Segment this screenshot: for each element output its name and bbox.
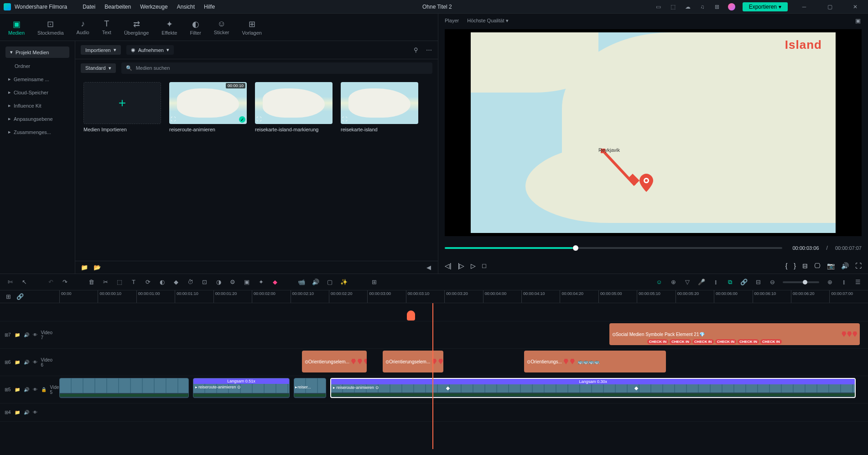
track-add-icon[interactable]: ⊞ (5, 293, 12, 300)
menu-view[interactable]: Ansicht (172, 4, 199, 10)
track-header-v5[interactable]: ⊞5📁🔊👁🔒 Video 5 (0, 376, 59, 403)
view-mode-dropdown[interactable]: Standard ▾ (81, 63, 116, 73)
group-button[interactable]: ⊞ (370, 279, 378, 285)
save-icon[interactable]: ⬚ (670, 3, 677, 10)
tab-effects[interactable]: ✦Effekte (161, 17, 178, 37)
ratio-icon[interactable]: ⊟ (802, 262, 808, 269)
tool-select[interactable]: ✄ (6, 279, 14, 285)
track-header-v4[interactable]: ⊞4📁🔊👁 (0, 403, 59, 421)
tab-transitions[interactable]: ⇄Übergänge (123, 17, 150, 37)
adjust-button[interactable]: ⚙ (229, 279, 236, 285)
media-import-tile[interactable]: + Medien Importieren (83, 82, 161, 132)
mask-button[interactable]: ◑ (215, 279, 222, 285)
crop-button[interactable]: ⬚ (116, 279, 123, 285)
keyframe-button[interactable]: ◆ (172, 279, 180, 285)
close-button[interactable]: ✕ (846, 0, 864, 14)
text-button[interactable]: T (130, 279, 137, 285)
menu-tools[interactable]: Werkzeuge (135, 4, 172, 10)
fullscreen-button[interactable]: ⛶ (855, 262, 862, 269)
folder-new-icon[interactable]: 📂 (94, 264, 101, 271)
cut-mode-icon[interactable]: ⊟ (754, 279, 762, 285)
clip-video-2[interactable]: Langsam 0.51x ▸ reiseroute-animieren ⊙ (193, 378, 290, 398)
marker-icon[interactable]: ⊕ (670, 279, 677, 285)
clip-video-1[interactable] (59, 378, 189, 398)
list-button[interactable]: ☰ (854, 279, 862, 285)
tab-sticker[interactable]: ☺Sticker (213, 17, 230, 37)
zoom-in-button[interactable]: ⊕ (826, 279, 833, 285)
zoom-slider[interactable] (783, 281, 819, 283)
menu-help[interactable]: Hilfe (199, 4, 219, 10)
headphones-icon[interactable]: ♫ (699, 3, 706, 10)
tool-cursor[interactable]: ↖ (21, 279, 28, 285)
mark-button[interactable]: ◆ (271, 279, 279, 285)
sidebar-adjustment[interactable]: ▸ Anpasungsebene (0, 112, 75, 125)
sidebar-cloud[interactable]: ▸ Cloud-Speicher (0, 86, 75, 99)
grid-icon[interactable]: ⊞ (713, 3, 721, 10)
detach-button[interactable]: ⊡ (201, 279, 208, 285)
media-clip-3[interactable]: ⛶ reisekarte-island (341, 82, 418, 132)
prev-frame-button[interactable]: ◁| (445, 262, 452, 269)
shield-icon[interactable]: ▽ (684, 279, 691, 285)
cut-marker[interactable] (407, 310, 415, 321)
video-icon[interactable]: 📹 (298, 279, 305, 285)
quality-dropdown[interactable]: Höchste Qualität ▾ (467, 18, 508, 24)
menu-file[interactable]: Datei (78, 4, 100, 10)
green-button[interactable]: ▣ (243, 279, 250, 285)
timeline-ruler[interactable]: 00:0000:00:00:1000:00:01:0000:00:01:1000… (59, 290, 868, 303)
cloud-icon[interactable]: ☁ (684, 3, 691, 10)
player-tab[interactable]: Player (445, 18, 459, 23)
more-icon[interactable]: ⋯ (425, 47, 432, 53)
track-link-icon[interactable]: 🔗 (16, 293, 24, 300)
tab-stockmedia[interactable]: ⊡Stockmedia (36, 17, 64, 37)
ai-smart-icon[interactable]: ☺ (655, 279, 663, 285)
clip-social-media[interactable]: ⊙ Social Medien Symbole Pack Element 21 … (609, 323, 860, 345)
cut-button[interactable]: ✂ (102, 279, 109, 285)
render-button[interactable]: ▢ (326, 279, 333, 285)
mark-out-button[interactable]: } (794, 262, 796, 269)
export-button[interactable]: Exportieren ▾ (743, 2, 788, 11)
next-frame-button[interactable]: |▷ (458, 262, 465, 269)
fit-button[interactable]: ⫿ (840, 279, 847, 285)
playhead[interactable] (432, 303, 433, 449)
zoom-out-button[interactable]: ⊖ (769, 279, 776, 285)
clip-video-3[interactable]: ▸reiser... (294, 378, 326, 398)
track-header-v6[interactable]: ⊞6📁🔊👁 Video 6 (0, 349, 59, 376)
tab-audio[interactable]: ♪Audio (76, 17, 90, 37)
menu-edit[interactable]: Bearbeiten (100, 4, 135, 10)
profile-icon[interactable] (728, 3, 735, 10)
minimize-button[interactable]: ─ (795, 0, 813, 14)
audio-icon[interactable]: 🔊 (312, 279, 319, 285)
tab-filter[interactable]: ◐Filter (189, 17, 202, 37)
tab-media[interactable]: ▣Medien (7, 17, 26, 37)
filter-icon[interactable]: ⚲ (412, 47, 420, 53)
tab-text[interactable]: TText (101, 17, 112, 37)
undo-button[interactable]: ↶ (47, 279, 54, 285)
link-icon[interactable]: 🔗 (740, 279, 748, 285)
display-icon[interactable]: ▣ (854, 17, 862, 24)
snapshot-button[interactable]: 📷 (827, 262, 835, 269)
magnet-icon[interactable]: ⧉ (726, 279, 733, 286)
folder-icon[interactable]: 📁 (81, 264, 88, 271)
collapse-icon[interactable]: ◀ (425, 264, 432, 271)
clip-orient-3[interactable]: ⊙ Orientierungs...🚌🚌🚌🚌 (524, 351, 665, 372)
sidebar-folder[interactable]: Ordner (0, 60, 75, 72)
display-icon[interactable]: 🖵 (814, 262, 821, 269)
ai-button[interactable]: ✦ (257, 279, 265, 285)
speed-button[interactable]: ⟳ (144, 279, 151, 285)
clip-orient-1[interactable]: ⊙ Orientierungselem... (302, 351, 367, 372)
record-dropdown[interactable]: ◉ Aufnehmen ▾ (126, 45, 174, 55)
sidebar-project-media[interactable]: ▾ Projekt Medien (5, 47, 69, 58)
tab-templates[interactable]: ⊞Vorlagen (241, 17, 262, 37)
layout-icon[interactable]: ▭ (655, 3, 662, 10)
sidebar-influence[interactable]: ▸ Influence Kit (0, 99, 75, 112)
clip-video-4-selected[interactable]: Langsam 0.30x ▸ reiseroute-animieren ⊙ (330, 378, 856, 398)
media-clip-1[interactable]: 00:00:10 ✓ ⛶ reiseroute-animieren (169, 82, 247, 132)
sidebar-shared[interactable]: ▸ Gemeinsame ... (0, 72, 75, 86)
mark-in-button[interactable]: { (785, 262, 788, 269)
clip-orient-2[interactable]: ⊙ Orientierungselem... (383, 351, 443, 372)
maximize-button[interactable]: ▢ (821, 0, 839, 14)
mic-icon[interactable]: 🎤 (698, 279, 705, 285)
duration-button[interactable]: ⏱ (187, 279, 194, 285)
media-clip-2[interactable]: ⛶ reisekarte-island-markierung (255, 82, 333, 132)
delete-button[interactable]: 🗑 (88, 279, 95, 285)
